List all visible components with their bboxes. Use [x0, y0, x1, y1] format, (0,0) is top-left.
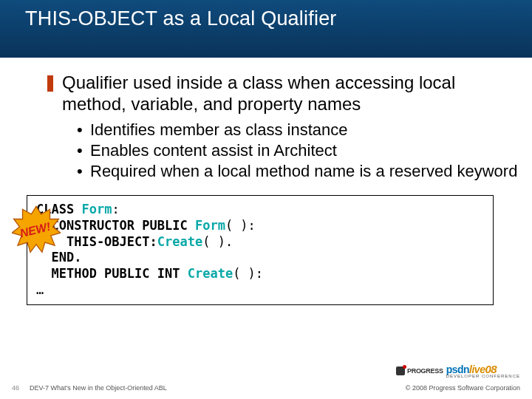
progress-logo: PROGRESS	[396, 366, 443, 375]
footer-session: DEV-7 What's New in the Object-Oriented …	[30, 384, 406, 392]
footer-copyright: © 2008 Progress Software Corporation	[406, 384, 520, 392]
slide-title: THIS-OBJECT as a Local Qualifier	[25, 7, 337, 30]
sub-bullet: Required when a local method name is a r…	[77, 161, 520, 182]
psdn-logo: psdnlive08 DEVELOPER CONFERENCE	[446, 363, 520, 378]
sub-bullet: Identifies member as class instance	[77, 120, 520, 140]
sub-bullet: Enables content assist in Architect	[77, 140, 520, 161]
progress-mark-icon	[396, 366, 405, 375]
sub-bullet-list: Identifies member as class instance Enab…	[0, 120, 520, 182]
main-bullet-text: Qualifier used inside a class when acces…	[62, 72, 520, 115]
slide-content: Qualifier used inside a class when acces…	[0, 72, 532, 305]
main-bullet: Qualifier used inside a class when acces…	[0, 72, 520, 115]
progress-text: PROGRESS	[407, 367, 443, 375]
code-example: CLASS Form: CONSTRUCTOR PUBLIC Form( ): …	[27, 195, 494, 305]
footer: 46 DEV-7 What's New in the Object-Orient…	[0, 384, 532, 392]
new-badge-icon: NEW!	[12, 205, 61, 254]
bullet-marker	[47, 75, 53, 92]
title-bar: THIS-OBJECT as a Local Qualifier	[0, 0, 532, 58]
logo-area: PROGRESS psdnlive08 DEVELOPER CONFERENCE	[396, 363, 520, 378]
page-number: 46	[12, 384, 30, 392]
